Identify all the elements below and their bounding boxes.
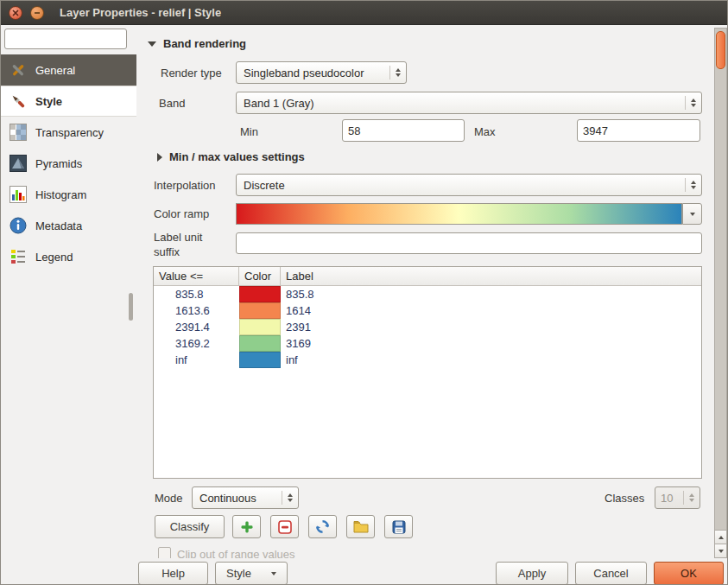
sidebar-item-label: Pyramids xyxy=(35,157,82,170)
label-cell[interactable]: 835.8 xyxy=(281,288,701,301)
section-title: Min / max values settings xyxy=(169,150,305,163)
table-row[interactable]: inf inf xyxy=(154,352,701,368)
sidebar-scrollbar-thumb[interactable] xyxy=(129,293,133,321)
label-cell[interactable]: 2391 xyxy=(281,321,701,334)
sidebar-nav: General Style xyxy=(1,54,136,272)
sidebar-item-label: General xyxy=(35,64,75,77)
interpolation-combobox[interactable]: Discrete xyxy=(236,174,702,196)
sidebar-item-label: Legend xyxy=(35,251,73,264)
help-button[interactable]: Help xyxy=(138,562,208,585)
minus-icon xyxy=(278,520,292,534)
color-swatch[interactable] xyxy=(239,319,281,335)
classify-button[interactable]: Classify xyxy=(155,515,225,538)
save-icon xyxy=(392,520,406,534)
save-color-map-button[interactable] xyxy=(384,515,413,538)
scrollbar-thumb[interactable] xyxy=(716,31,725,69)
scrollbar-down-button[interactable] xyxy=(715,544,726,557)
load-color-map-button[interactable] xyxy=(346,515,375,538)
expand-triangle-icon xyxy=(157,153,162,162)
scrollbar-up-button[interactable] xyxy=(715,530,726,544)
sidebar-item-label: Transparency xyxy=(35,126,104,139)
color-swatch[interactable] xyxy=(239,352,281,368)
render-type-label: Render type xyxy=(161,67,222,79)
color-map-table: Value <= Color Label 835.8 835.8 1613.6 … xyxy=(153,266,702,479)
minmax-settings-section-header[interactable]: Min / max values settings xyxy=(157,150,305,163)
sidebar-item-label: Style xyxy=(35,95,62,108)
combobox-value: Band 1 (Gray) xyxy=(244,97,314,110)
add-entry-button[interactable] xyxy=(232,515,261,538)
mode-combobox[interactable]: Continuous xyxy=(192,486,299,509)
ok-button[interactable]: OK xyxy=(654,562,724,585)
min-input[interactable] xyxy=(342,119,465,142)
table-row[interactable]: 835.8 835.8 xyxy=(154,286,701,302)
min-label: Min xyxy=(240,125,258,138)
interpolation-label: Interpolation xyxy=(154,179,216,192)
sidebar-item-general[interactable]: General xyxy=(1,54,136,86)
render-type-combobox[interactable]: Singleband pseudocolor xyxy=(236,61,407,84)
band-label: Band xyxy=(159,97,185,110)
label-cell[interactable]: 1614 xyxy=(281,304,701,317)
histogram-icon xyxy=(9,185,28,204)
plus-icon xyxy=(240,520,254,534)
spinner-arrows-icon xyxy=(686,181,701,189)
combobox-value: Singleband pseudocolor xyxy=(244,67,364,79)
value-cell[interactable]: 835.8 xyxy=(154,288,239,301)
refresh-button[interactable] xyxy=(308,515,337,538)
label-cell[interactable]: 3169 xyxy=(281,337,701,350)
sidebar-item-histogram[interactable]: Histogram xyxy=(1,179,136,210)
pyramids-icon xyxy=(9,154,28,173)
clip-out-of-range-checkbox[interactable] xyxy=(158,547,171,558)
max-label: Max xyxy=(474,125,496,138)
sidebar: General Style xyxy=(1,25,136,584)
sidebar-item-transparency[interactable]: Transparency xyxy=(1,117,136,148)
color-ramp-dropdown-button[interactable] xyxy=(682,203,702,225)
arrow-down-icon xyxy=(719,550,724,553)
color-swatch[interactable] xyxy=(239,302,281,319)
value-cell[interactable]: inf xyxy=(154,353,239,366)
close-window-icon[interactable] xyxy=(9,6,22,20)
combobox-value: Discrete xyxy=(244,179,285,192)
transparency-icon xyxy=(9,123,28,142)
sidebar-item-style[interactable]: Style xyxy=(1,86,136,117)
vertical-scrollbar[interactable] xyxy=(714,28,727,558)
layer-properties-dialog: Layer Properties - relief | Style Genera… xyxy=(0,0,728,585)
band-combobox[interactable]: Band 1 (Gray) xyxy=(236,92,702,114)
max-input[interactable] xyxy=(577,119,700,142)
sidebar-item-metadata[interactable]: Metadata xyxy=(1,210,136,241)
style-menu-button[interactable]: Style xyxy=(215,562,288,585)
cancel-button[interactable]: Cancel xyxy=(575,562,647,585)
paintbrush-icon xyxy=(9,92,28,111)
sidebar-item-label: Metadata xyxy=(35,219,82,232)
section-title: Band rendering xyxy=(163,37,246,50)
column-header-value[interactable]: Value <= xyxy=(154,267,239,285)
label-unit-suffix-input[interactable] xyxy=(236,232,702,254)
chevron-down-icon xyxy=(271,572,276,575)
sidebar-item-legend[interactable]: Legend xyxy=(1,241,136,272)
spinner-arrows-icon xyxy=(684,493,700,502)
band-rendering-section-header[interactable]: Band rendering xyxy=(148,37,246,50)
minimize-window-icon[interactable] xyxy=(30,6,44,20)
remove-entry-button[interactable] xyxy=(270,515,299,538)
titlebar: Layer Properties - relief | Style xyxy=(1,1,727,25)
value-cell[interactable]: 3169.2 xyxy=(154,337,239,350)
sidebar-item-pyramids[interactable]: Pyramids xyxy=(1,148,136,179)
label-unit-suffix-label: Label unit suffix xyxy=(154,230,231,259)
column-header-label[interactable]: Label xyxy=(281,267,701,285)
table-row[interactable]: 1613.6 1614 xyxy=(154,302,701,319)
label-cell[interactable]: inf xyxy=(281,353,701,366)
color-swatch[interactable] xyxy=(239,286,281,302)
value-cell[interactable]: 1613.6 xyxy=(154,304,239,317)
color-ramp-preview[interactable] xyxy=(236,203,682,225)
apply-button[interactable]: Apply xyxy=(496,562,568,585)
tools-icon xyxy=(9,60,28,79)
value-cell[interactable]: 2391.4 xyxy=(154,321,239,334)
sidebar-search-input[interactable] xyxy=(4,29,127,49)
table-row[interactable]: 3169.2 3169 xyxy=(154,335,701,352)
info-icon xyxy=(9,216,28,235)
folder-icon xyxy=(353,520,369,533)
classes-label: Classes xyxy=(605,492,644,505)
color-swatch[interactable] xyxy=(239,335,281,352)
collapse-triangle-icon xyxy=(148,41,156,47)
table-row[interactable]: 2391.4 2391 xyxy=(154,319,701,335)
column-header-color[interactable]: Color xyxy=(239,267,281,285)
